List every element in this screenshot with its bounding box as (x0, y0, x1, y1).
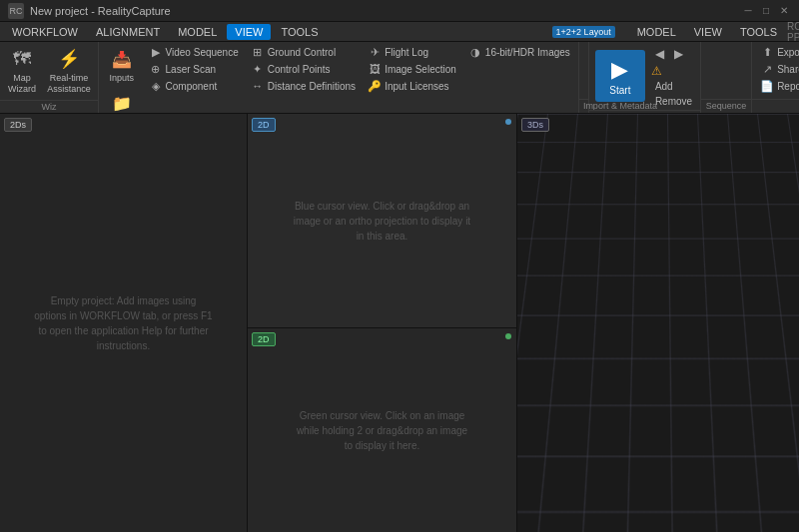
video-seq-icon: ▶ (149, 45, 163, 59)
map-wizard-button[interactable]: 🗺 MapWizard (4, 44, 40, 98)
process-next-button[interactable]: ▶ (670, 46, 687, 62)
small-col-1: ▶ Video Sequence ⊕ Laser Scan ◈ Componen… (145, 44, 243, 94)
left-badge: 2Ds (4, 118, 32, 132)
menu-item-alignment[interactable]: ALIGNMENT (88, 24, 168, 40)
menu-item-tools2[interactable]: TOOLS (732, 24, 785, 40)
import-meta-label: Import & Metadata (579, 99, 588, 113)
panel-middle-top: 2D Blue cursor view. Click or drag&drop … (248, 114, 516, 328)
distance-def-button[interactable]: ↔ Distance Definitions (247, 78, 360, 94)
export-button[interactable]: ⬆ Export (756, 44, 799, 60)
ground-ctrl-icon: ⊞ (251, 45, 265, 59)
layout-indicator[interactable]: 1+2+2 Layout (552, 26, 615, 38)
small-col-4: ◑ 16-bit/HDR Images (464, 44, 574, 60)
process-content: ▶ Start ◀ ▶ ⚠ Add (589, 42, 700, 110)
middle-bottom-badge: 2D (252, 332, 276, 346)
start-icon: ▶ (611, 57, 628, 83)
ground-control-button[interactable]: ⊞ Ground Control (247, 44, 360, 60)
sequence-label: Sequence (701, 99, 751, 113)
inp-lic-label: Input Licenses (385, 81, 449, 92)
start-button[interactable]: ▶ Start (595, 50, 645, 102)
output-content: ⬆ Export ↗ Share 📄 Reports 🎬 Create Vide… (752, 42, 799, 99)
menu-item-model2[interactable]: MODEL (629, 24, 684, 40)
laser-scan-button[interactable]: ⊕ Laser Scan (145, 61, 243, 77)
ribbon-group-sequence: Sequence (701, 42, 752, 113)
inputs-button[interactable]: 📥 Inputs (105, 44, 139, 87)
image-selection-button[interactable]: 🖼 Image Selection (364, 61, 460, 77)
process-arrows: ◀ ▶ (651, 46, 696, 62)
img-sel-icon: 🖼 (368, 62, 382, 76)
grid-background (517, 114, 799, 532)
process-controls: ◀ ▶ ⚠ Add Remove (651, 46, 696, 108)
component-button[interactable]: ◈ Component (145, 78, 243, 94)
ground-ctrl-label: Ground Control (268, 47, 336, 58)
middle-top-hint: Blue cursor view. Click or drag&drop an … (293, 199, 472, 244)
window-title: New project - RealityCapture (30, 5, 171, 17)
realtime-icon: ⚡ (57, 47, 81, 71)
flight-log-icon: ✈ (368, 45, 382, 59)
title-bar-controls[interactable]: ─ □ ✕ (741, 4, 791, 18)
title-bar-left: RC New project - RealityCapture (8, 3, 171, 19)
map-wizard-label: MapWizard (8, 73, 36, 95)
ribbon: 🗺 MapWizard ⚡ Real-timeAssistance Wiz 📥 … (0, 42, 799, 114)
input-licenses-button[interactable]: 🔑 Input Licenses (364, 78, 460, 94)
inputs-label: Inputs (110, 73, 135, 84)
folder-icon: 📁 (110, 92, 134, 114)
start-label: Start (609, 85, 630, 96)
add-process-button[interactable]: Add (651, 80, 696, 93)
inputs-icon: 📥 (110, 47, 134, 71)
remove-process-label: Remove (655, 96, 692, 107)
dist-def-icon: ↔ (251, 79, 265, 93)
minimize-button[interactable]: ─ (741, 4, 755, 18)
menu-item-workflow[interactable]: WORKFLOW (4, 24, 86, 40)
export-icon: ⬆ (760, 45, 774, 59)
green-indicator-dot (505, 333, 511, 339)
wiz-group-label: Wiz (0, 100, 98, 114)
hdr-label: 16-bit/HDR Images (485, 47, 570, 58)
viewport-area: 2Ds Empty project: Add images using opti… (0, 114, 799, 532)
menu-item-model[interactable]: MODEL (170, 24, 225, 40)
flight-log-button[interactable]: ✈ Flight Log (364, 44, 460, 60)
menu-item-view[interactable]: VIEW (227, 24, 271, 40)
right-badge: 3Ds (521, 118, 549, 132)
share-icon: ↗ (760, 62, 774, 76)
share-button[interactable]: ↗ Share (756, 61, 799, 77)
add-imagery-content: 📥 Inputs 📁 Folder ▶ Video Sequence ⊕ Las… (99, 42, 578, 114)
import-meta-content (579, 42, 588, 99)
menu-item-tools[interactable]: TOOLS (273, 24, 326, 40)
realtime-label: Real-timeAssistance (47, 73, 91, 95)
panel-left-2ds: 2Ds Empty project: Add images using opti… (0, 114, 248, 532)
ribbon-group-output: ⬆ Export ↗ Share 📄 Reports 🎬 Create Vide… (752, 42, 799, 113)
panel-right-3ds: 3Ds (517, 114, 799, 532)
ribbon-group-wiz: 🗺 MapWizard ⚡ Real-timeAssistance Wiz (0, 42, 99, 113)
share-label: Share (777, 64, 799, 75)
hdr-images-button[interactable]: ◑ 16-bit/HDR Images (464, 44, 574, 60)
small-col-2: ⊞ Ground Control ✦ Control Points ↔ Dist… (247, 44, 360, 94)
output-col-1: ⬆ Export ↗ Share 📄 Reports (756, 44, 799, 94)
remove-process-button[interactable]: Remove (651, 95, 696, 108)
video-sequence-button[interactable]: ▶ Video Sequence (145, 44, 243, 60)
close-button[interactable]: ✕ (777, 4, 791, 18)
next-icon: ▶ (674, 47, 683, 61)
laser-scan-icon: ⊕ (149, 62, 163, 76)
map-wizard-icon: 🗺 (10, 47, 34, 71)
export-label: Export (777, 47, 799, 58)
app-logo: RC (8, 3, 24, 19)
sequence-content (701, 42, 751, 99)
ribbon-group-import-meta: Import & Metadata (579, 42, 589, 113)
hdr-icon: ◑ (468, 45, 482, 59)
panel-middle-bottom: 2D Green cursor view. Click on an image … (248, 328, 516, 532)
inputs-folder-col: 📥 Inputs 📁 Folder (103, 44, 141, 114)
add-process-label: Add (655, 81, 673, 92)
menu-item-view2[interactable]: VIEW (686, 24, 730, 40)
middle-top-badge: 2D (252, 118, 276, 132)
panel-middle: 2D Blue cursor view. Click or drag&drop … (248, 114, 517, 532)
flight-log-label: Flight Log (385, 47, 428, 58)
reports-button[interactable]: 📄 Reports (756, 78, 799, 94)
folder-button[interactable]: 📁 Folder (105, 89, 139, 114)
small-col-3: ✈ Flight Log 🖼 Image Selection 🔑 Input L… (364, 44, 460, 94)
maximize-button[interactable]: □ (759, 4, 773, 18)
control-points-button[interactable]: ✦ Control Points (247, 61, 360, 77)
realtime-assistance-button[interactable]: ⚡ Real-timeAssistance (44, 44, 94, 98)
caution-icon: ⚠ (651, 64, 662, 78)
process-prev-button[interactable]: ◀ (651, 46, 668, 62)
